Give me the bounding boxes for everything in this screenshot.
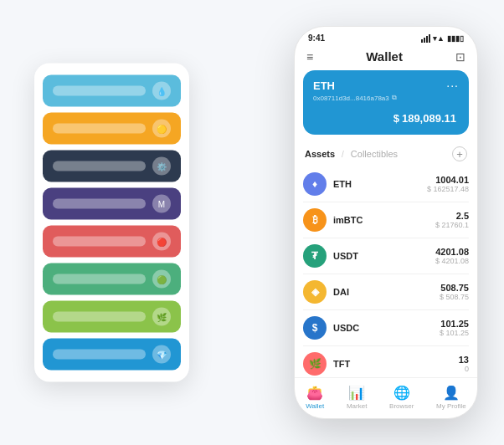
card-item-icon: 💧 [152, 82, 171, 100]
nav-item-market[interactable]: 📊Market [347, 385, 367, 410]
nav-label: Wallet [306, 402, 324, 410]
asset-amount-primary: 2.5 [435, 211, 469, 221]
nav-item-my-profile[interactable]: 👤My Profile [436, 385, 466, 410]
asset-amount-primary: 1004.01 [427, 175, 469, 185]
bottom-nav: 👛Wallet📊Market🌐Browser👤My Profile [295, 377, 477, 418]
nav-icon: 👛 [306, 385, 323, 401]
asset-amount-secondary: $ 508.75 [440, 293, 469, 301]
card-item-icon: 💎 [152, 345, 171, 364]
asset-symbol: TFT [333, 359, 459, 369]
wallet-balance: $189,089.11 [313, 107, 459, 126]
card-item[interactable]: ⚙️ [43, 151, 181, 182]
page-title: Wallet [366, 49, 403, 64]
wallet-card[interactable]: ETH ··· 0x08711d3d...8416a78a3 ⧉ $189,08… [303, 70, 469, 135]
table-row[interactable]: 🌿TFT130 [303, 346, 469, 377]
nav-item-wallet[interactable]: 👛Wallet [306, 385, 324, 410]
asset-amounts: 508.75$ 508.75 [440, 283, 469, 301]
card-item-icon: ⚙️ [152, 157, 171, 176]
asset-amounts: 4201.08$ 4201.08 [435, 247, 469, 265]
card-item[interactable]: M [43, 188, 181, 220]
card-item-bar [53, 199, 146, 209]
asset-icon: ₿ [303, 208, 327, 232]
asset-amount-secondary: $ 162517.48 [427, 185, 469, 193]
card-item-bar [53, 350, 146, 360]
assets-tabs: Assets / Collectibles [305, 149, 398, 159]
card-item-icon: 🌿 [152, 308, 171, 326]
card-item-icon: 🟢 [152, 270, 171, 289]
nav-label: My Profile [436, 402, 466, 410]
card-item-bar [53, 237, 146, 247]
wallet-card-header: ETH ··· [313, 79, 459, 92]
asset-icon: ₮ [303, 244, 327, 268]
asset-amounts: 101.25$ 101.25 [440, 319, 469, 337]
card-item-bar [53, 274, 146, 284]
card-item-icon: 🔴 [152, 233, 171, 251]
wallet-card-options[interactable]: ··· [446, 79, 459, 92]
asset-amount-primary: 13 [459, 355, 469, 365]
asset-icon: ◈ [303, 280, 327, 304]
nav-label: Browser [389, 402, 414, 410]
card-item[interactable]: 💧 [43, 75, 181, 107]
asset-list: ♦ETH1004.01$ 162517.48₿imBTC2.5$ 21760.1… [295, 166, 477, 377]
tab-collectibles[interactable]: Collectibles [351, 149, 398, 159]
expand-icon[interactable]: ⊡ [455, 50, 465, 64]
wallet-coin-label: ETH [313, 79, 335, 92]
card-item[interactable]: 🔴 [43, 226, 181, 258]
card-item[interactable]: 🟢 [43, 263, 181, 295]
card-item-bar [53, 86, 146, 96]
asset-symbol: imBTC [333, 215, 435, 225]
battery-icon: ▮▮▮▯ [447, 34, 464, 43]
status-icons: ▾▲ ▮▮▮▯ [421, 34, 464, 43]
tab-assets[interactable]: Assets [305, 149, 335, 159]
asset-symbol: USDC [333, 323, 440, 333]
wallet-address: 0x08711d3d...8416a78a3 ⧉ [313, 94, 459, 102]
assets-header: Assets / Collectibles + [295, 143, 477, 166]
card-item[interactable]: 🌿 [43, 301, 181, 333]
status-bar: 9:41 ▾▲ ▮▮▮▯ [295, 27, 477, 46]
asset-amount-secondary: $ 101.25 [440, 329, 469, 337]
asset-symbol: DAI [333, 287, 440, 297]
asset-amount-primary: 4201.08 [435, 247, 469, 257]
asset-icon: ♦ [303, 172, 327, 196]
card-item[interactable]: 💎 [43, 339, 181, 371]
nav-item-browser[interactable]: 🌐Browser [389, 385, 414, 410]
card-item-icon: 🟡 [152, 120, 171, 138]
asset-amount-primary: 101.25 [440, 319, 469, 329]
phone-header: ≡ Wallet ⊡ [295, 46, 477, 70]
table-row[interactable]: ₿imBTC2.5$ 21760.1 [303, 202, 469, 238]
add-asset-button[interactable]: + [452, 146, 467, 161]
scene: 💧🟡⚙️M🔴🟢🌿💎 9:41 ▾▲ ▮▮▮▯ ≡ Wallet ⊡ [18, 18, 486, 427]
asset-symbol: USDT [333, 251, 435, 261]
nav-icon: 📊 [348, 385, 365, 401]
asset-amount-secondary: $ 21760.1 [435, 221, 469, 229]
card-item-bar [53, 312, 146, 322]
card-item-bar [53, 161, 146, 171]
asset-icon: $ [303, 316, 327, 340]
nav-icon: 👤 [443, 385, 460, 401]
time: 9:41 [308, 33, 325, 43]
phone: 9:41 ▾▲ ▮▮▮▯ ≡ Wallet ⊡ ETH ··· [294, 26, 478, 419]
asset-amounts: 2.5$ 21760.1 [435, 211, 469, 229]
card-stack: 💧🟡⚙️M🔴🟢🌿💎 [34, 64, 189, 382]
asset-amounts: 1004.01$ 162517.48 [427, 175, 469, 193]
signal-icon [421, 34, 430, 43]
table-row[interactable]: $USDC101.25$ 101.25 [303, 310, 469, 346]
menu-icon[interactable]: ≡ [306, 50, 313, 64]
card-item-bar [53, 124, 146, 134]
table-row[interactable]: ♦ETH1004.01$ 162517.48 [303, 166, 469, 202]
card-item-icon: M [152, 195, 171, 213]
table-row[interactable]: ◈DAI508.75$ 508.75 [303, 274, 469, 310]
nav-icon: 🌐 [393, 385, 410, 401]
nav-label: Market [347, 402, 367, 410]
asset-amounts: 130 [459, 355, 469, 373]
asset-icon: 🌿 [303, 352, 327, 376]
asset-amount-primary: 508.75 [440, 283, 469, 293]
asset-amount-secondary: 0 [459, 365, 469, 373]
wifi-icon: ▾▲ [433, 34, 445, 43]
card-item[interactable]: 🟡 [43, 113, 181, 145]
asset-amount-secondary: $ 4201.08 [435, 257, 469, 265]
asset-symbol: ETH [333, 179, 427, 189]
table-row[interactable]: ₮USDT4201.08$ 4201.08 [303, 238, 469, 274]
